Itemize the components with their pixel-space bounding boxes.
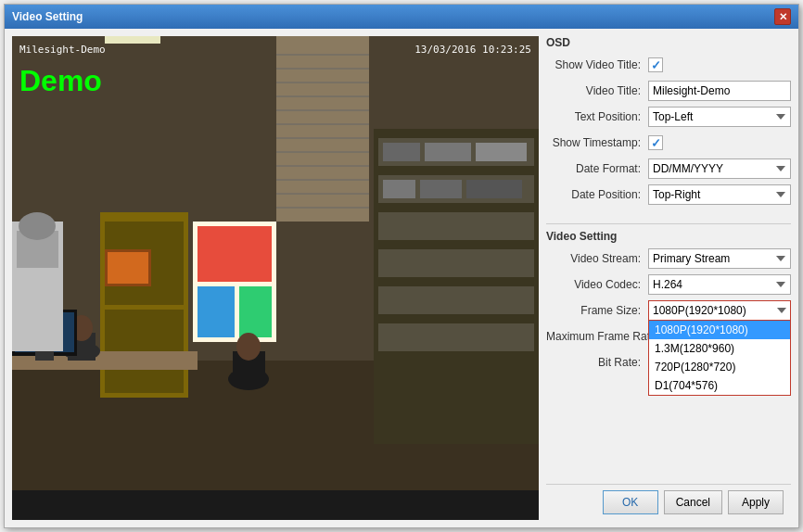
show-timestamp-row: Show Timestamp: [546,133,791,153]
frame-size-option-13m[interactable]: 1.3M(1280*960) [649,339,790,358]
svg-rect-18 [198,286,235,337]
demo-overlay: Demo [19,64,102,98]
section-divider [546,223,791,224]
video-title-label: Video Title: [546,84,648,97]
svg-rect-13 [383,180,415,198]
dialog: Video Setting ✕ [4,4,799,528]
svg-rect-7 [378,249,534,277]
max-frame-rate-label: Maximum Frame Rate: [546,330,648,343]
show-timestamp-label: Show Timestamp: [546,136,648,149]
frame-size-option-1080p[interactable]: 1080P(1920*1080) [649,321,790,339]
svg-rect-9 [378,323,534,351]
date-position-select[interactable]: Top-Right Top-Left Bottom-Right Bottom-L… [648,184,791,205]
video-stream-select[interactable]: Primary Stream Secondary Stream [648,248,791,269]
osd-title: OSD [546,36,791,49]
frame-size-option-d1[interactable]: D1(704*576) [649,376,790,395]
svg-rect-11 [425,143,471,161]
bit-rate-label: Bit Rate: [546,356,648,369]
date-format-select[interactable]: DD/MM/YYYY MM/DD/YYYY YYYY/MM/DD [648,158,791,179]
svg-rect-38 [105,36,160,44]
ok-button[interactable]: OK [603,490,658,514]
osd-section: OSD Show Video Title: Video Title: Text … [546,36,791,210]
video-title-input[interactable] [648,81,791,101]
show-video-title-label: Show Video Title: [546,58,648,71]
svg-rect-8 [378,286,534,314]
date-position-row: Date Position: Top-Right Top-Left Bottom… [546,184,791,205]
chevron-down-icon [777,308,786,313]
title-bar: Video Setting ✕ [5,5,798,29]
svg-rect-24 [108,252,148,284]
video-timestamp-overlay: 13/03/2016 10:23:25 [414,44,531,56]
frame-size-container: 1080P(1920*1080) 1080P(1920*1080) 1.3M(1… [648,300,791,321]
video-title-overlay: Milesight-Demo [19,44,106,56]
frame-size-row: Frame Size: 1080P(1920*1080) 1080P(1920*… [546,300,791,321]
svg-rect-12 [476,143,527,161]
right-panel: OSD Show Video Title: Video Title: Text … [546,36,791,520]
video-setting-title: Video Setting [546,230,791,243]
svg-rect-14 [420,180,462,198]
frame-size-selected[interactable]: 1080P(1920*1080) [648,300,791,321]
date-format-label: Date Format: [546,162,648,175]
video-title-row: Video Title: [546,81,791,101]
svg-rect-10 [383,143,420,161]
video-stream-label: Video Stream: [546,252,648,265]
svg-rect-15 [466,180,522,198]
frame-size-dropdown: 1080P(1920*1080) 1.3M(1280*960) 720P(128… [648,321,791,396]
date-format-row: Date Format: DD/MM/YYYY MM/DD/YYYY YYYY/… [546,158,791,179]
video-codec-select[interactable]: H.264 H.265 MJPEG [648,274,791,295]
content-area: Milesight-Demo 13/03/2016 10:23:25 Demo … [5,29,798,527]
svg-rect-17 [198,226,272,282]
video-codec-row: Video Codec: H.264 H.265 MJPEG [546,274,791,295]
svg-point-31 [236,333,261,361]
frame-size-option-720p[interactable]: 720P(1280*720) [649,358,790,376]
text-position-label: Text Position: [546,110,648,123]
date-position-label: Date Position: [546,188,648,201]
dialog-title: Video Setting [12,10,83,23]
cancel-button[interactable]: Cancel [664,490,722,514]
show-video-title-checkbox[interactable] [648,57,663,72]
frame-size-label: Frame Size: [546,304,648,317]
show-video-title-row: Show Video Title: [546,55,791,75]
video-stream-row: Video Stream: Primary Stream Secondary S… [546,248,791,269]
video-scene [12,36,539,490]
button-row: OK Cancel Apply [546,484,791,520]
svg-rect-6 [378,212,534,240]
show-timestamp-checkbox[interactable] [648,135,663,150]
text-position-select[interactable]: Top-Left Top-Right Bottom-Left Bottom-Ri… [648,107,791,127]
video-codec-label: Video Codec: [546,278,648,291]
video-preview: Milesight-Demo 13/03/2016 10:23:25 Demo [12,36,539,520]
close-button[interactable]: ✕ [774,8,791,25]
svg-rect-19 [239,286,272,337]
video-setting-section: Video Setting Video Stream: Primary Stre… [546,230,791,484]
apply-button[interactable]: Apply [728,490,784,514]
svg-point-37 [19,212,56,240]
text-position-row: Text Position: Top-Left Top-Right Bottom… [546,107,791,127]
